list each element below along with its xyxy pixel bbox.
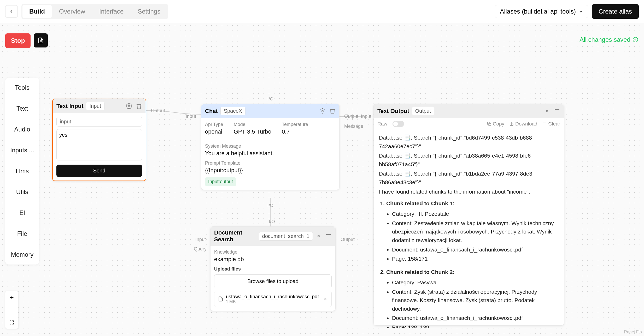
chunk-field: Page: 138, 139 <box>392 323 559 328</box>
chunk-field: Page: 158/171 <box>392 255 559 263</box>
back-button[interactable] <box>5 5 18 18</box>
browse-files-button[interactable]: Browse files to upload <box>214 274 332 288</box>
palette-item[interactable]: Llms <box>7 167 37 175</box>
port-label: Output <box>344 114 358 119</box>
tab-settings[interactable]: Settings <box>131 5 167 18</box>
chunk-field: Document: ustawa_o_finansach_i_rachunkow… <box>392 314 559 322</box>
download-icon <box>510 122 514 126</box>
output-line: Database 📑: Search "{"chunk_id":"ab38a66… <box>379 152 559 169</box>
palette-item[interactable]: Utils <box>7 188 37 196</box>
chunk-field: Content: Zysk (strata) z działalności op… <box>392 288 559 313</box>
palette-item[interactable]: Text <box>7 105 37 112</box>
fullscreen-icon <box>9 320 14 325</box>
document-icon <box>38 37 44 44</box>
trash-icon[interactable] <box>325 233 332 239</box>
tab-build[interactable]: Build <box>22 5 52 18</box>
chunk-field: Category: Pasywa <box>392 278 559 287</box>
chunk-field: Category: III. Pozostałe <box>392 210 559 218</box>
clear-button[interactable]: Clear <box>543 121 560 127</box>
attribution: React Flo <box>624 330 642 334</box>
text-input-field[interactable] <box>56 129 142 160</box>
copy-button[interactable]: Copy <box>487 121 504 127</box>
port-label: Query <box>194 246 207 252</box>
palette-item[interactable]: Memory <box>7 251 37 258</box>
port-label: I/O <box>267 203 273 208</box>
stop-button[interactable]: Stop <box>5 33 31 48</box>
port-label: Input <box>195 237 206 242</box>
raw-toggle[interactable] <box>393 121 404 127</box>
label: Model <box>234 122 271 127</box>
document-search-node[interactable]: Document Search document_search_1 Knowle… <box>210 226 336 311</box>
value: {{Input:output}} <box>205 167 336 174</box>
text-output-node[interactable]: Text Output Output Raw Copy Download Cle… <box>373 104 564 326</box>
output-line: Database 📑: Search "{"chunk_id":"b1bda2e… <box>379 170 559 187</box>
node-type: Document Search <box>214 229 256 243</box>
close-icon[interactable] <box>323 297 328 301</box>
svg-rect-9 <box>489 123 491 126</box>
node-name-pill: SpaceX <box>220 107 245 115</box>
chevron-down-icon <box>578 9 583 14</box>
chunk-field: Document: ustawa_o_finansach_i_rachunkow… <box>392 245 559 254</box>
check-circle-icon <box>633 37 638 43</box>
output-line: Database 📑: Search "{"chunk_id":"bd6d749… <box>379 134 559 151</box>
send-button[interactable]: Send <box>56 165 142 177</box>
trash-icon[interactable] <box>136 103 142 109</box>
raw-label: Raw <box>377 121 387 127</box>
port-label: Message <box>344 124 363 129</box>
port-label: Output <box>341 237 355 242</box>
value: openai <box>205 128 223 135</box>
tag: Input:output <box>205 177 236 186</box>
label: Knowledge <box>214 249 332 255</box>
port-label: I/O <box>269 219 275 224</box>
zoom-in-button[interactable]: + <box>5 291 18 304</box>
alias-dropdown-label: Aliases (buildel.ai api tools) <box>500 8 576 15</box>
output-line: I have found related chunks to the infor… <box>379 188 559 196</box>
field-label: input <box>56 117 142 127</box>
zoom-out-button[interactable]: − <box>5 304 18 316</box>
gear-icon[interactable] <box>126 103 132 109</box>
text-input-node[interactable]: Text Input Input input Send <box>52 99 146 181</box>
file-icon <box>218 296 223 302</box>
chat-node[interactable]: Chat SpaceX Api Typeopenai ModelGPT-3.5 … <box>201 104 339 190</box>
node-type: Text Input <box>56 103 83 110</box>
canvas[interactable]: Stop All changes saved Tools Text Audio … <box>0 23 644 336</box>
document-button[interactable] <box>34 33 48 47</box>
port-label: Input <box>186 114 196 119</box>
tabset: Build Overview Interface Settings <box>21 4 168 19</box>
trash-icon[interactable] <box>554 108 560 114</box>
tab-overview[interactable]: Overview <box>52 5 92 18</box>
chunk-field: Content: Zestawienie zmian w kapitale wł… <box>392 219 559 245</box>
save-status-label: All changes saved <box>579 36 630 43</box>
node-name-pill: Input <box>86 102 104 110</box>
copy-icon <box>487 122 491 126</box>
alias-dropdown[interactable]: Aliases (buildel.ai api tools) <box>495 5 588 18</box>
svg-point-2 <box>633 37 638 42</box>
value: example db <box>214 256 332 263</box>
node-name-pill: Output <box>412 107 434 115</box>
create-alias-button[interactable]: Create alias <box>592 4 639 19</box>
node-type: Text Output <box>377 108 409 115</box>
trash-icon[interactable] <box>329 108 336 114</box>
file-name: ustawa_o_finansach_i_rachunkowosci.pdf <box>226 294 320 299</box>
output-content: Database 📑: Search "{"chunk_id":"bd6d749… <box>374 130 564 328</box>
palette-item[interactable]: Audio <box>7 126 37 133</box>
zoom-controls: + − <box>5 291 18 329</box>
port-label: I/O <box>267 97 273 102</box>
svg-point-4 <box>322 110 323 112</box>
download-button[interactable]: Download <box>510 121 537 127</box>
top-bar: Build Overview Interface Settings Aliase… <box>0 0 644 23</box>
palette-item[interactable]: Inputs ... <box>7 147 37 154</box>
chunk-title: Chunk related to Chunk 1: <box>386 200 454 206</box>
gear-icon[interactable] <box>319 108 326 114</box>
svg-point-8 <box>546 110 548 112</box>
value: You are a helpful assistant. <box>205 150 336 157</box>
palette-item[interactable]: El <box>7 209 37 217</box>
tab-interface[interactable]: Interface <box>92 5 130 18</box>
palette-item[interactable]: File <box>7 230 37 237</box>
fullscreen-button[interactable] <box>5 316 18 329</box>
svg-point-3 <box>128 105 130 107</box>
gear-icon[interactable] <box>315 233 322 239</box>
palette-item[interactable]: Tools <box>7 84 37 91</box>
port-label: Output <box>151 108 165 113</box>
gear-icon[interactable] <box>544 108 550 114</box>
